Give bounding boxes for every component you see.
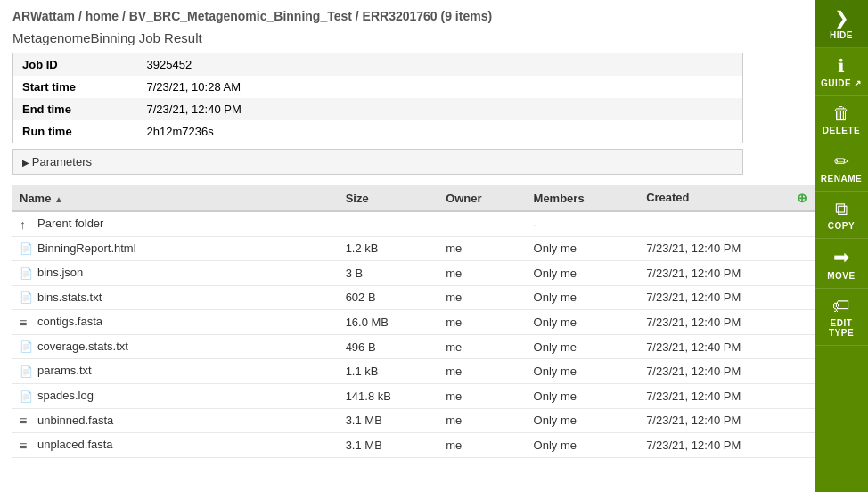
job-info-table: Job ID3925452Start time7/23/21, 10:28 AM… (12, 53, 743, 144)
guide-label: GUIDE ↗ (821, 78, 862, 88)
fasta-icon (20, 414, 34, 428)
file-members: Only me (527, 408, 640, 433)
add-column-icon[interactable]: ⊕ (797, 191, 807, 205)
file-name[interactable]: unbinned.fasta (12, 408, 339, 433)
fasta-icon (20, 316, 34, 330)
file-name[interactable]: bins.stats.txt (12, 285, 339, 310)
file-size: 1.2 kB (339, 236, 439, 261)
doc-icon (20, 340, 34, 354)
chevron-right-icon: ❯ (834, 7, 849, 29)
col-header-owner[interactable]: Owner (438, 185, 526, 211)
file-name[interactable]: params.txt (12, 359, 339, 384)
section-title: MetagenomeBinning Job Result (12, 30, 802, 45)
file-size: 3.1 MB (339, 408, 439, 433)
job-info-row: Start time7/23/21, 10:28 AM (13, 76, 743, 98)
table-row[interactable]: unbinned.fasta 3.1 MB me Only me 7/23/21… (12, 408, 815, 433)
file-created: 7/23/21, 12:40 PM (639, 310, 815, 335)
file-owner: me (438, 310, 526, 335)
edit-type-button[interactable]: 🏷 EDIT TYPE (815, 289, 868, 346)
job-label: Start time (13, 76, 138, 98)
file-created: 7/23/21, 12:40 PM (639, 261, 815, 286)
parent-folder-icon (20, 217, 34, 232)
file-size: 1.1 kB (339, 359, 439, 384)
file-size (339, 211, 439, 236)
col-header-name[interactable]: Name ▲ (12, 185, 339, 211)
file-name[interactable]: Parent folder (12, 211, 339, 236)
col-header-members[interactable]: Members (527, 185, 640, 211)
job-value: 7/23/21, 10:28 AM (138, 76, 743, 98)
file-created (639, 211, 815, 236)
breadcrumb-text: ARWattam / home / BV_BRC_Metagenomic_Bin… (12, 9, 492, 23)
job-label: Run time (13, 120, 138, 144)
job-info-row: End time7/23/21, 12:40 PM (13, 98, 743, 120)
file-table: Name ▲ Size Owner Members Created ⊕ Pare… (12, 185, 815, 458)
move-button[interactable]: ➡ MOVE (815, 239, 868, 289)
parameters-row[interactable]: Parameters (12, 149, 743, 175)
file-owner (438, 211, 526, 236)
hide-button[interactable]: ❯ HIDE (815, 0, 868, 48)
copy-icon: ⧉ (835, 199, 848, 219)
info-icon: ℹ (838, 55, 845, 77)
col-header-created[interactable]: Created ⊕ (639, 185, 815, 211)
file-name[interactable]: contigs.fasta (12, 310, 339, 335)
file-name[interactable]: coverage.stats.txt (12, 334, 339, 359)
file-name[interactable]: unplaced.fasta (12, 433, 339, 458)
file-members: Only me (527, 236, 640, 261)
file-members: Only me (527, 433, 640, 458)
table-row[interactable]: Parent folder - (12, 211, 815, 236)
edit-type-label: EDIT TYPE (818, 318, 864, 338)
hide-label: HIDE (830, 30, 853, 40)
rename-button[interactable]: ✏ RENAME (815, 144, 868, 192)
job-value: 2h12m7236s (138, 120, 743, 144)
file-name[interactable]: BinningReport.html (12, 236, 339, 261)
table-header-row: Name ▲ Size Owner Members Created ⊕ (12, 185, 815, 211)
file-size: 3 B (339, 261, 439, 286)
job-info-row: Job ID3925452 (13, 53, 743, 77)
col-header-size[interactable]: Size (339, 185, 439, 211)
table-row[interactable]: params.txt 1.1 kB me Only me 7/23/21, 12… (12, 359, 815, 384)
main-content: ARWattam / home / BV_BRC_Metagenomic_Bin… (0, 0, 815, 492)
file-created: 7/23/21, 12:40 PM (639, 236, 815, 261)
file-owner: me (438, 334, 526, 359)
file-created: 7/23/21, 12:40 PM (639, 408, 815, 433)
doc-icon (20, 291, 34, 305)
table-row[interactable]: BinningReport.html 1.2 kB me Only me 7/2… (12, 236, 815, 261)
file-owner: me (438, 433, 526, 458)
job-info-row: Run time2h12m7236s (13, 120, 743, 144)
table-row[interactable]: contigs.fasta 16.0 MB me Only me 7/23/21… (12, 310, 815, 335)
breadcrumb[interactable]: ARWattam / home / BV_BRC_Metagenomic_Bin… (12, 9, 802, 23)
guide-button[interactable]: ℹ GUIDE ↗ (815, 48, 868, 96)
file-created: 7/23/21, 12:40 PM (639, 285, 815, 310)
delete-label: DELETE (823, 126, 860, 135)
arrow-icon: ➡ (833, 246, 849, 269)
file-size: 16.0 MB (339, 310, 439, 335)
job-value: 3925452 (138, 53, 743, 77)
table-row[interactable]: unplaced.fasta 3.1 MB me Only me 7/23/21… (12, 433, 815, 458)
fasta-icon (20, 439, 34, 453)
file-members: Only me (527, 285, 640, 310)
table-row[interactable]: bins.json 3 B me Only me 7/23/21, 12:40 … (12, 261, 815, 286)
table-row[interactable]: bins.stats.txt 602 B me Only me 7/23/21,… (12, 285, 815, 310)
delete-button[interactable]: 🗑 DELETE (815, 96, 868, 144)
file-size: 602 B (339, 285, 439, 310)
tag-icon: 🏷 (832, 296, 850, 316)
table-row[interactable]: coverage.stats.txt 496 B me Only me 7/23… (12, 334, 815, 359)
copy-button[interactable]: ⧉ COPY (815, 192, 868, 239)
file-owner: me (438, 383, 526, 408)
file-created: 7/23/21, 12:40 PM (639, 433, 815, 458)
table-row[interactable]: spades.log 141.8 kB me Only me 7/23/21, … (12, 383, 815, 408)
pencil-icon: ✏ (834, 151, 849, 172)
file-size: 3.1 MB (339, 433, 439, 458)
file-name[interactable]: bins.json (12, 261, 339, 286)
sort-icon: ▲ (54, 194, 63, 204)
file-owner: me (438, 236, 526, 261)
file-members: Only me (527, 359, 640, 384)
file-owner: me (438, 261, 526, 286)
doc-icon (20, 242, 34, 256)
doc-icon (20, 390, 34, 404)
file-name[interactable]: spades.log (12, 383, 339, 408)
file-size: 141.8 kB (339, 383, 439, 408)
file-created: 7/23/21, 12:40 PM (639, 383, 815, 408)
file-created: 7/23/21, 12:40 PM (639, 359, 815, 384)
file-members: Only me (527, 383, 640, 408)
